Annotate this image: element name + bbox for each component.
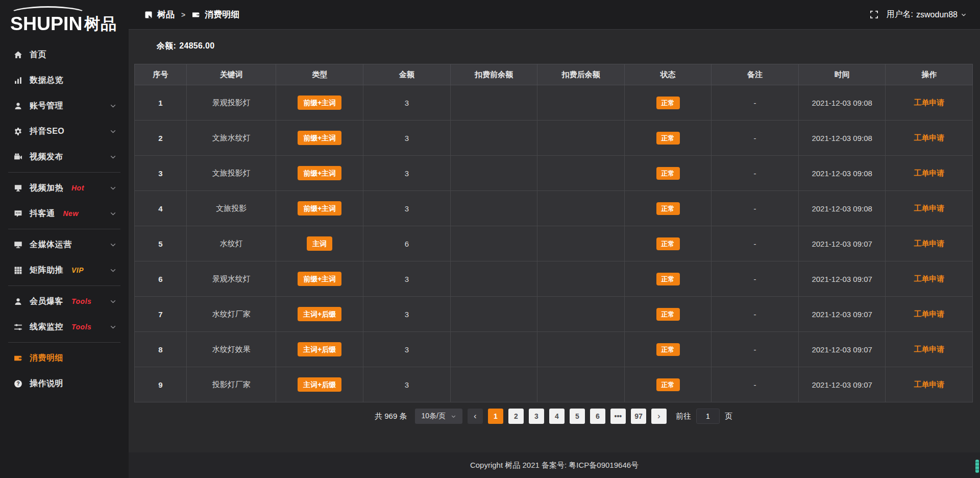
balance-after-redacted [537, 332, 625, 367]
time-cell: 2021-12-03 09:07 [798, 297, 886, 332]
status-cell: 正常 [624, 85, 712, 121]
ticket-apply-link[interactable]: 工单申请 [914, 98, 944, 107]
row-index: 3 [135, 156, 187, 191]
sidebar-item-member-burst[interactable]: 会员爆客Tools [0, 289, 129, 314]
page-button-97[interactable]: 97 [631, 409, 646, 424]
table-row: 7水纹灯厂家主词+后缀3正常-2021-12-03 09:07工单申请 [135, 297, 973, 332]
column-header-1: 关键词 [186, 64, 276, 85]
amount-cell: 3 [363, 332, 451, 367]
next-page-button[interactable]: › [651, 409, 667, 424]
page-button-5[interactable]: 5 [570, 409, 585, 424]
remark-cell: - [712, 261, 799, 297]
sidebar-item-consumption-detail[interactable]: 消费明细 [0, 345, 129, 371]
sidebar-item-data-overview[interactable]: 数据总览 [0, 67, 129, 93]
remark-cell: - [712, 85, 799, 121]
wallet-icon [192, 11, 200, 19]
video-camera-icon [14, 153, 23, 161]
page-button-4[interactable]: 4 [549, 409, 565, 424]
type-badge: 前缀+主词 [298, 272, 341, 286]
content: 余额:24856.00 序号关键词类型金额扣费前余额扣费后余额状态备注时间操作 … [129, 30, 980, 452]
row-index: 5 [135, 226, 187, 261]
goto-unit: 页 [725, 412, 732, 421]
page-button-3[interactable]: 3 [529, 409, 544, 424]
type-badge: 主词 [307, 236, 332, 251]
type-badge: 前缀+主词 [298, 131, 341, 145]
sidebar-item-label: 消费明细 [30, 353, 63, 364]
balance-value: 24856.00 [179, 41, 214, 50]
column-header-3: 金额 [363, 64, 451, 85]
action-cell: 工单申请 [886, 261, 973, 297]
ticket-apply-link[interactable]: 工单申请 [914, 239, 944, 248]
pagination: 共 969 条 10条/页 ‹ 123456•••97 › 前往 页 [134, 402, 973, 424]
more-pages-button[interactable]: ••• [610, 409, 626, 424]
balance: 余额:24856.00 [157, 41, 973, 52]
table-header-row: 序号关键词类型金额扣费前余额扣费后余额状态备注时间操作 [135, 64, 973, 85]
status-badge: 正常 [656, 167, 680, 180]
action-cell: 工单申请 [886, 156, 973, 191]
row-index: 4 [135, 191, 187, 226]
sidebar-item-badge: Tools [71, 323, 91, 331]
action-cell: 工单申请 [886, 226, 973, 261]
page-button-6[interactable]: 6 [590, 409, 605, 424]
sidebar-item-video-publish[interactable]: 视频发布 [0, 144, 129, 170]
goto-page-input[interactable] [696, 409, 720, 424]
type-cell: 前缀+主词 [276, 191, 363, 226]
grid-icon [14, 266, 23, 275]
balance-label: 余额: [157, 41, 176, 50]
status-badge: 正常 [656, 343, 680, 356]
balance-before-redacted [450, 332, 537, 367]
logo-text-cn: 树品 [84, 13, 117, 35]
screen-icon [14, 184, 23, 193]
action-cell: 工单申请 [886, 297, 973, 332]
sidebar-item-media-operation[interactable]: 全媒体运营 [0, 232, 129, 257]
fullscreen-icon[interactable] [870, 10, 878, 19]
ticket-apply-link[interactable]: 工单申请 [914, 169, 944, 177]
sidebar-item-clue-monitor[interactable]: 线索监控Tools [0, 314, 129, 340]
action-cell: 工单申请 [886, 85, 973, 121]
chevron-down-icon [961, 12, 967, 18]
ticket-apply-link[interactable]: 工单申请 [914, 133, 944, 142]
sidebar-item-label: 线索监控 [30, 322, 63, 332]
time-cell: 2021-12-03 09:07 [798, 367, 886, 402]
type-cell: 主词 [276, 226, 363, 261]
sidebar-item-label: 矩阵助推 [30, 265, 63, 276]
sidebar-item-video-heat[interactable]: 视频加热Hot [0, 175, 129, 201]
sidebar-item-instructions[interactable]: ?操作说明 [0, 371, 129, 396]
chevron-down-icon [110, 267, 116, 274]
ticket-apply-link[interactable]: 工单申请 [914, 345, 944, 353]
breadcrumb: 树品 > 消费明细 [144, 9, 239, 20]
breadcrumb-app[interactable]: 树品 [157, 9, 175, 20]
breadcrumb-page[interactable]: 消费明细 [205, 9, 239, 20]
page-size-select[interactable]: 10条/页 [415, 409, 462, 424]
consumption-table: 序号关键词类型金额扣费前余额扣费后余额状态备注时间操作 1景观投影灯前缀+主词3… [134, 64, 973, 402]
chevron-down-icon [110, 298, 116, 305]
sidebar-item-douyin-seo[interactable]: 抖音SEO [0, 118, 129, 144]
prev-page-button[interactable]: ‹ [468, 409, 483, 424]
page-buttons: 123456•••97 [488, 409, 646, 424]
sidebar-item-matrix-boost[interactable]: 矩阵助推VIP [0, 257, 129, 283]
sidebar-item-account-manage[interactable]: 账号管理 [0, 93, 129, 118]
type-cell: 主词+后缀 [276, 367, 363, 402]
balance-before-redacted [450, 85, 537, 121]
sidebar-item-douketong[interactable]: 抖客通New [0, 201, 129, 226]
sidebar-item-home[interactable]: 首页 [0, 42, 129, 67]
copyright-text: Copyright 树品 2021 备案号: 粤ICP备09019646号 [470, 461, 639, 470]
status-cell: 正常 [624, 226, 712, 261]
ticket-apply-link[interactable]: 工单申请 [914, 380, 944, 389]
user-menu[interactable]: 用户名: zswodun88 [887, 9, 967, 20]
ticket-apply-link[interactable]: 工单申请 [914, 204, 944, 212]
type-badge: 主词+后缀 [298, 342, 341, 356]
type-badge: 前缀+主词 [298, 201, 341, 216]
column-header-6: 状态 [624, 64, 712, 85]
ticket-apply-link[interactable]: 工单申请 [914, 274, 944, 283]
logo-text-en: SHUPIN [10, 13, 82, 35]
status-cell: 正常 [624, 191, 712, 226]
balance-after-redacted [537, 261, 625, 297]
balance-before-redacted [450, 121, 537, 156]
status-cell: 正常 [624, 332, 712, 367]
chevron-down-icon [451, 414, 456, 419]
ticket-apply-link[interactable]: 工单申请 [914, 309, 944, 318]
remark-cell: - [712, 226, 799, 261]
page-button-2[interactable]: 2 [508, 409, 524, 424]
page-button-1[interactable]: 1 [488, 409, 503, 424]
